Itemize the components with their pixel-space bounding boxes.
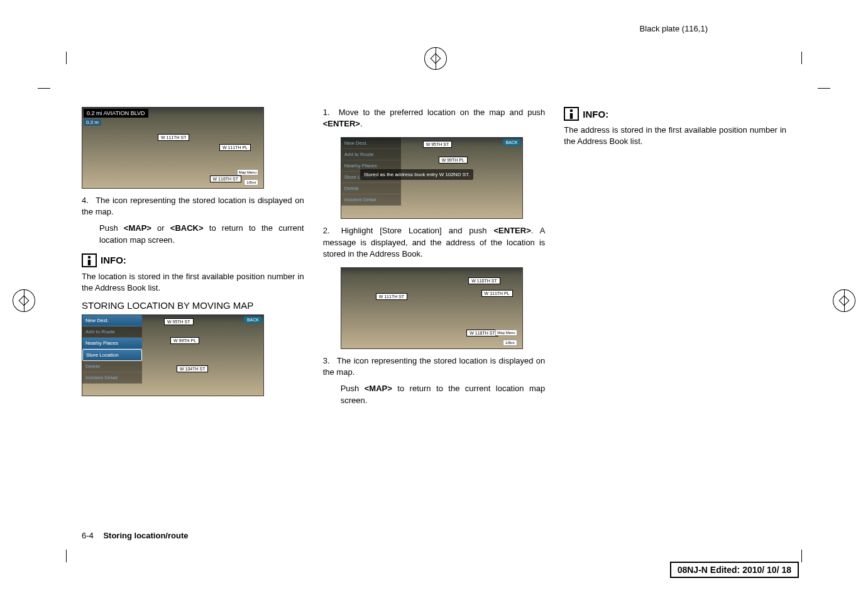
step-number: 4. <box>82 195 93 206</box>
svg-rect-3 <box>570 113 573 119</box>
info-icon <box>82 253 97 267</box>
street-label: W 95TH ST <box>164 318 194 325</box>
black-plate-label: Black plate (116,1) <box>640 24 708 33</box>
crop-tick <box>66 550 67 562</box>
menu-incident: Incident Detail <box>82 372 142 384</box>
crop-tick <box>66 52 67 64</box>
step-text: or <box>151 223 170 233</box>
back-button: BACK <box>503 139 521 146</box>
map-menu-button: Map Menu <box>495 330 517 336</box>
page-number: 6-4 <box>82 531 94 540</box>
crop-tick <box>38 88 50 89</box>
map-scale: 1/8mi <box>244 179 258 186</box>
button-ref-map: <MAP> <box>365 384 392 393</box>
street-label: W 111TH PL <box>481 290 513 297</box>
step-text: Highlight [Store Location] and push <box>341 226 494 235</box>
crop-mark-right <box>833 289 855 312</box>
map-distance: 0.2 m <box>84 119 101 126</box>
back-button: BACK <box>244 316 262 323</box>
map-scale: 1/8mi <box>503 340 517 346</box>
map-context-menu: New Dest. Add to Route Nearby Places Sto… <box>82 315 142 384</box>
map-screenshot-1: 0.2 mi AVIATION BLVD 0.2 m W 111TH ST W … <box>82 107 264 189</box>
map-screenshot-2: New Dest. Add to Route Nearby Places Sto… <box>82 314 264 396</box>
street-label: W 111TH ST <box>158 134 189 141</box>
step-number: 2. <box>323 225 334 236</box>
section-heading: STORING LOCATION BY MOVING MAP <box>82 300 304 311</box>
info-text: The location is stored in the first avai… <box>82 271 304 294</box>
menu-incident: Incident Detail <box>341 194 401 206</box>
menu-new-dest: New Dest. <box>341 138 401 149</box>
menu-add-route: Add to Route <box>82 326 142 338</box>
menu-nearby: Nearby Places <box>82 338 142 349</box>
street-label: W 111TH PL <box>219 144 251 151</box>
svg-point-2 <box>570 109 573 113</box>
map-screenshot-4: W 110TH ST W 111TH ST W 111TH PL W 118TH… <box>341 267 523 349</box>
info-label: INFO: <box>583 109 608 119</box>
street-label: W 118TH ST <box>466 330 498 336</box>
street-label: W 104TH ST <box>177 365 208 372</box>
step-2: 2. Highlight [Store Location] and push <… <box>323 225 546 260</box>
svg-point-0 <box>88 255 91 258</box>
street-label: W 110TH ST <box>468 277 500 284</box>
street-label: W 99TH PL <box>439 157 468 164</box>
step-4: 4. The icon representing the stored loca… <box>82 195 304 246</box>
column-2: 1. Move to the preferred location on the… <box>323 107 546 414</box>
info-text: The address is stored in the first avail… <box>564 125 786 147</box>
button-ref-map: <MAP> <box>124 223 151 233</box>
step-text: . <box>360 119 363 128</box>
menu-store-location: Store Location <box>82 349 142 361</box>
info-icon <box>564 107 579 121</box>
button-ref-back: <BACK> <box>170 223 204 233</box>
footer-left: 6-4 Storing location/route <box>82 531 188 540</box>
map-menu-button: Map Menu <box>237 169 258 175</box>
street-label: W 111TH ST <box>376 293 407 300</box>
step-text: Push <box>341 384 365 393</box>
step-number: 1. <box>323 107 334 118</box>
step-number: 3. <box>323 355 334 367</box>
step-text: Push <box>99 223 124 233</box>
map-screenshot-3: New Dest. Add to Route Nearby Places Sto… <box>341 137 523 219</box>
svg-rect-1 <box>88 260 91 265</box>
edition-stamp: 08NJ-N Edited: 2010/ 10/ 18 <box>670 562 799 578</box>
button-ref-enter: <ENTER> <box>494 226 531 235</box>
menu-delete: Delete <box>341 183 401 194</box>
column-3: INFO: The address is stored in the first… <box>564 107 786 414</box>
step-text: The icon representing the stored locatio… <box>323 356 546 377</box>
menu-add-route: Add to Route <box>341 149 401 160</box>
menu-new-dest: New Dest. <box>82 315 142 326</box>
step-1: 1. Move to the preferred location on the… <box>323 107 546 130</box>
column-1: 0.2 mi AVIATION BLVD 0.2 m W 111TH ST W … <box>82 107 304 414</box>
step-text: The icon representing the stored locatio… <box>82 196 304 216</box>
toast-message: Stored as the address book entry W 102ND… <box>360 169 474 180</box>
info-block: INFO: <box>82 253 304 267</box>
section-title: Storing location/route <box>103 531 188 540</box>
info-label: INFO: <box>101 255 126 265</box>
map-header: 0.2 mi AVIATION BLVD <box>84 109 148 118</box>
menu-delete: Delete <box>82 361 142 372</box>
info-block: INFO: <box>564 107 786 121</box>
crop-mark-left <box>13 289 35 312</box>
step-3: 3. The icon representing the stored loca… <box>323 355 546 406</box>
crop-tick <box>801 550 802 562</box>
step-text: Move to the preferred location on the ma… <box>339 108 546 117</box>
street-label: W 95TH ST <box>423 141 453 148</box>
crop-tick <box>818 88 830 89</box>
crop-tick <box>801 52 802 64</box>
street-label: W 99TH PL <box>170 337 199 344</box>
street-label: W 118TH ST <box>210 175 241 182</box>
button-ref-enter: <ENTER> <box>323 119 360 128</box>
